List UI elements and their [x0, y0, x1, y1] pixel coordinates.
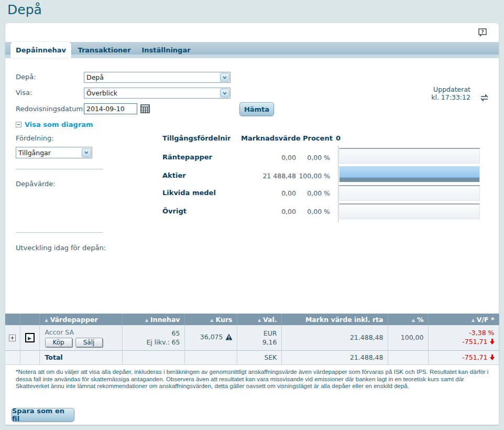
hamta-button-label: Hämta [244, 105, 269, 113]
holdings-table: Värdepapper Innehav Kurs Val. Markn värd… [5, 314, 499, 365]
fordelning-select[interactable]: Tillgångar [16, 147, 92, 158]
sort-asc-icon [45, 316, 50, 324]
alloc-row-percent: 0,00 % [293, 154, 330, 162]
alloc-row-percent: 0,00 % [293, 208, 330, 216]
depa-select-value: Depå [84, 73, 220, 81]
updated-label: Uppdaterat [392, 85, 470, 93]
sort-asc-icon [145, 316, 150, 324]
collapse-icon [16, 122, 21, 127]
hamta-button[interactable]: Hämta [239, 102, 274, 116]
sort-asc-icon [472, 316, 477, 324]
alloc-row-percent: 100,00 % [293, 172, 330, 180]
svg-text:?: ? [481, 29, 484, 35]
bar-ovrigt [339, 203, 480, 219]
alloc-col-percent: Procent [303, 134, 330, 142]
page-title: Depå [7, 2, 42, 17]
expand-row-icon[interactable] [9, 335, 16, 341]
alloc-row-label: Aktier [162, 171, 186, 179]
depa-select[interactable]: Depå [84, 72, 231, 83]
tab-bar: Depåinnehav Transaktioner Inställningar [5, 42, 499, 58]
col-detail [20, 314, 39, 325]
alloc-col-value: Marknadsvärde [241, 134, 296, 142]
col-vf[interactable]: V/F * [428, 314, 499, 325]
depavarde-label: Depåvärde: [16, 180, 56, 188]
bar-likvida-medel [339, 185, 480, 201]
bar-fill [339, 166, 479, 178]
alloc-axis-zero: 0 [336, 134, 341, 142]
total-currency: SEK [237, 350, 281, 364]
fx-rate: 9,16 [237, 338, 277, 347]
percent-value: 100,00 [388, 325, 428, 350]
depa-label: Depå: [16, 73, 36, 81]
chevron-down-icon [220, 73, 229, 82]
price-value: 36,075 [200, 333, 223, 341]
total-vf-value: -751,71 [462, 353, 487, 361]
alloc-row-value: 21 488,48 [238, 172, 296, 180]
col-innehav[interactable]: Innehav [122, 314, 184, 325]
chevron-down-icon [220, 89, 229, 98]
alloc-row-label: Övrigt [162, 207, 187, 215]
down-arrow-icon [490, 338, 495, 346]
alloc-col-category: Tillgångsfördelning [162, 134, 231, 142]
col-markn-varde[interactable]: Markn värde inkl. rta [281, 314, 388, 325]
security-name[interactable]: Accor SA [45, 328, 118, 337]
fordelning-label: Fördelning: [16, 134, 54, 142]
detail-arrow-icon[interactable] [25, 333, 35, 342]
sort-asc-icon [258, 316, 263, 324]
tab-label: Depåinnehav [16, 46, 66, 54]
bar-rantepapper [339, 148, 480, 164]
calendar-icon[interactable] [140, 104, 150, 113]
chart-axis-line [338, 146, 338, 222]
holding-quantity: 65 [123, 329, 180, 338]
fordelning-select-value: Tillgångar [16, 149, 82, 157]
col-kurs[interactable]: Kurs [184, 314, 237, 325]
alloc-row-label: Räntepapper [162, 153, 212, 161]
utveckling-label: Utveckling idag för depån: [16, 244, 106, 252]
tab-label: Inställningar [141, 46, 190, 54]
visa-select[interactable]: Överblick [84, 88, 231, 99]
col-expand [5, 314, 20, 325]
redovisningsdatum-input[interactable] [84, 103, 137, 114]
chevron-down-icon [82, 148, 91, 157]
col-val[interactable]: Val. [237, 314, 281, 325]
holding-note: Ej likv.: 65 [123, 338, 180, 347]
total-label: Total [39, 350, 122, 364]
kop-button[interactable]: Köp [45, 338, 72, 347]
vf-percent: -3,38 % [429, 328, 495, 337]
vf-value: -751,71 [462, 338, 487, 346]
alloc-row-value: 0,00 [238, 189, 296, 197]
holding-row: Accor SA KöpSälj 65 Ej likv.: 65 36,075 [5, 325, 499, 350]
tab-transaktioner[interactable]: Transaktioner [75, 42, 134, 58]
sort-asc-icon [210, 316, 215, 324]
sort-asc-icon [412, 316, 417, 324]
visa-select-value: Överblick [84, 89, 220, 97]
visa-label: Visa: [16, 89, 32, 96]
bar-aktier [339, 166, 480, 182]
refresh-icon[interactable] [480, 93, 489, 102]
updated-status: Uppdaterat kl. 17:33:12 [392, 85, 470, 101]
divider [16, 169, 103, 169]
col-procent[interactable]: % [388, 314, 428, 325]
tab-label: Transaktioner [78, 46, 130, 54]
tab-installningar[interactable]: Inställningar [137, 42, 195, 58]
warning-icon[interactable] [225, 334, 233, 342]
alloc-row-value: 0,00 [238, 154, 296, 162]
updated-time: kl. 17:33:12 [392, 93, 470, 101]
spara-button-label: Spara som en fil [12, 407, 74, 423]
alloc-row-label: Likvida medel [162, 189, 216, 197]
footnote-text: *Notera att om du väljer att visa alla d… [16, 369, 494, 390]
down-arrow-icon [490, 354, 495, 362]
alloc-row-value: 0,00 [238, 208, 296, 216]
salj-button[interactable]: Sälj [75, 338, 103, 347]
col-vardepapper[interactable]: Värdepapper [39, 314, 122, 325]
redovisningsdatum-label: Redovisningsdatum: [16, 105, 85, 113]
visa-som-diagram-toggle[interactable]: Visa som diagram [16, 121, 93, 128]
alloc-row-percent: 0,00 % [293, 189, 330, 197]
total-market-value: 21.488,48 [281, 350, 388, 364]
currency-code: EUR [237, 329, 277, 338]
help-icon[interactable]: ? [477, 28, 488, 38]
divider [16, 232, 103, 233]
tab-depainnehav[interactable]: Depåinnehav [10, 42, 71, 58]
spara-som-en-fil-button[interactable]: Spara som en fil [12, 408, 74, 422]
visa-som-diagram-label: Visa som diagram [25, 121, 93, 128]
